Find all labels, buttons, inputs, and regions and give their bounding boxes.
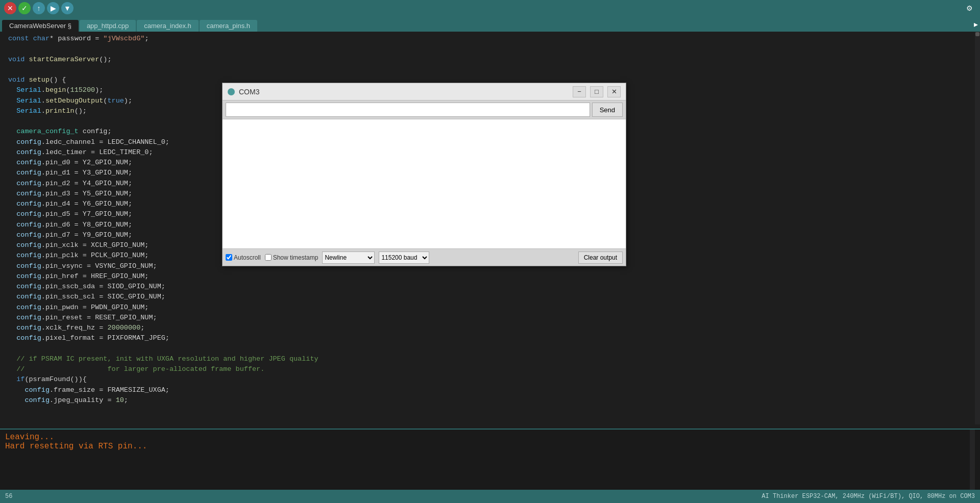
baud-rate-select[interactable]: 300 baud 1200 baud 2400 baud 4800 baud 9… bbox=[379, 252, 429, 264]
debug-button[interactable]: ▶ bbox=[47, 2, 59, 14]
modal-footer: Autoscroll Show timestamp No line ending… bbox=[223, 248, 626, 266]
console-area: Leaving... Hard resetting via RTS pin... bbox=[0, 429, 980, 490]
show-timestamp-checkbox[interactable]: Show timestamp bbox=[265, 254, 318, 261]
code-line: config.frame_size = FRAMESIZE_UXGA; bbox=[0, 385, 975, 395]
code-line: config.pin_pwdn = PWDN_GPIO_NUM; bbox=[0, 303, 975, 313]
modal-close-button[interactable]: ✕ bbox=[607, 86, 621, 97]
code-line bbox=[0, 344, 975, 354]
console-scrollbar[interactable] bbox=[970, 430, 975, 490]
console-line-2: Hard resetting via RTS pin... bbox=[5, 442, 975, 451]
code-line: void startCameraServer(); bbox=[0, 55, 975, 65]
code-line: // if PSRAM IC present, init with UXGA r… bbox=[0, 354, 975, 364]
editor-scrollbar[interactable] bbox=[975, 32, 980, 424]
console-output: Leaving... Hard resetting via RTS pin... bbox=[0, 430, 980, 454]
serial-output-area[interactable] bbox=[223, 119, 626, 248]
code-line: config.pin_href = HREF_GPIO_NUM; bbox=[0, 271, 975, 282]
code-line: config.pin_reset = RESET_GPIO_NUM; bbox=[0, 313, 975, 323]
code-line bbox=[0, 44, 975, 54]
serial-input-row: Send bbox=[223, 100, 626, 119]
settings-button[interactable]: ⚙ bbox=[963, 2, 976, 15]
minimize-button[interactable]: − bbox=[573, 86, 586, 97]
code-line: config.pixel_format = PIXFORMAT_JPEG; bbox=[0, 333, 975, 343]
code-line: config.jpeg_quality = 10; bbox=[0, 395, 975, 406]
serial-monitor-title: COM3 bbox=[239, 88, 569, 96]
tab-camerapins[interactable]: camera_pins.h bbox=[200, 20, 257, 32]
toolbar-right: ⚙ bbox=[963, 2, 976, 15]
show-timestamp-input[interactable] bbox=[265, 254, 272, 261]
status-bar: 56 AI Thinker ESP32-CAM, 240MHz (WiFi/BT… bbox=[0, 490, 980, 503]
code-line bbox=[0, 65, 975, 75]
code-line: // for larger pre-allocated frame buffer… bbox=[0, 364, 975, 374]
code-line: config.pin_sscb_sda = SIOD_GPIO_NUM; bbox=[0, 282, 975, 292]
serial-input[interactable] bbox=[226, 103, 590, 117]
serial-monitor-window: COM3 − □ ✕ Send Autoscroll Show timestam… bbox=[222, 83, 626, 266]
code-line: if(psramFound()){ bbox=[0, 374, 975, 385]
autoscroll-checkbox[interactable]: Autoscroll bbox=[226, 254, 261, 261]
toolbar: ✕ ✓ ↑ ▶ ▼ ⚙ bbox=[0, 0, 980, 16]
code-line: const char* password = "jVWscbdG"; bbox=[0, 34, 975, 44]
show-timestamp-label: Show timestamp bbox=[273, 254, 318, 261]
tab-camerwebserver[interactable]: CameraWebServer § bbox=[2, 20, 79, 32]
modal-titlebar: COM3 − □ ✕ bbox=[223, 83, 626, 100]
autoscroll-label: Autoscroll bbox=[234, 254, 261, 261]
code-line: config.pin_sscb_scl = SIOC_GPIO_NUM; bbox=[0, 292, 975, 302]
console-line-1: Leaving... bbox=[5, 433, 975, 442]
close-button[interactable]: ✕ bbox=[4, 2, 16, 14]
tab-apphttpd[interactable]: app_httpd.cpp bbox=[80, 20, 136, 32]
modal-icon bbox=[228, 88, 235, 95]
code-line: config.xclk_freq_hz = 20000000; bbox=[0, 323, 975, 333]
maximize-button[interactable]: □ bbox=[590, 86, 603, 97]
upload-button[interactable]: ↑ bbox=[33, 2, 45, 14]
tab-cameraindex[interactable]: camera_index.h bbox=[137, 20, 199, 32]
newline-select[interactable]: No line ending Newline Carriage return B… bbox=[322, 252, 375, 264]
board-info: AI Thinker ESP32-CAM, 240MHz (WiFi/BT), … bbox=[762, 493, 975, 500]
clear-output-button[interactable]: Clear output bbox=[578, 252, 623, 264]
board-select-button[interactable]: ▼ bbox=[61, 2, 74, 14]
verify-button[interactable]: ✓ bbox=[18, 2, 31, 14]
tabbar: CameraWebServer § app_httpd.cpp camera_i… bbox=[0, 16, 980, 32]
line-column-indicator: 56 bbox=[5, 493, 12, 500]
tab-scroll-right[interactable]: ▸ bbox=[974, 19, 978, 29]
send-button[interactable]: Send bbox=[592, 103, 623, 117]
autoscroll-input[interactable] bbox=[226, 254, 232, 261]
